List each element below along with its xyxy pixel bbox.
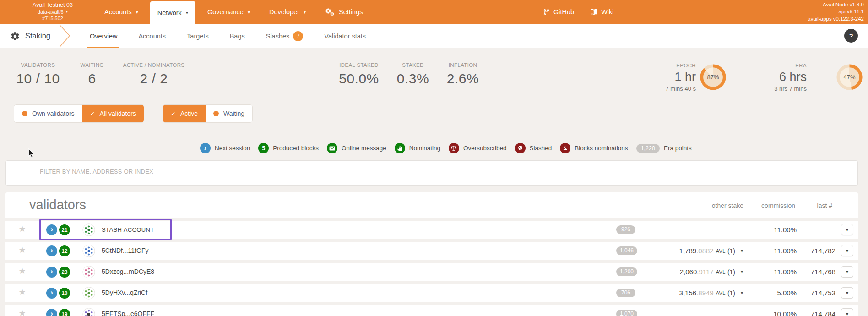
other-stake-value <box>731 221 745 239</box>
tab-slashes[interactable]: Slashes 7 <box>266 24 304 48</box>
validator-identicon[interactable] <box>82 308 95 316</box>
check-icon: ✓ <box>90 110 95 117</box>
nav-governance[interactable]: Governance ▾ <box>200 0 257 24</box>
top-nav: Accounts ▾ Network ▾ Governance ▾ Develo… <box>97 0 370 24</box>
expand-sessions-icon[interactable]: › <box>46 224 57 235</box>
tab-targets[interactable]: Targets <box>187 24 209 48</box>
legend-era-points: 1,220 Era points <box>636 144 692 153</box>
commission-value: 10.00% <box>746 305 797 316</box>
toggle-own-validators[interactable]: Own validators <box>14 105 82 122</box>
legend-slashed: Slashed <box>515 143 552 153</box>
row-menu-button[interactable]: ▾ <box>841 308 853 316</box>
toggle-all-validators[interactable]: ✓ All validators <box>82 105 144 122</box>
favorite-star-icon[interactable]: ★ <box>18 245 26 254</box>
nav-network[interactable]: Network ▾ <box>150 1 195 24</box>
github-link[interactable]: GitHub <box>543 0 574 24</box>
table-row: ★ › 12 5CtNDf...11fGFy 1,046 1,789.0882A… <box>5 242 858 260</box>
node-label: data-avail/6 <box>38 9 64 15</box>
validator-identicon[interactable] <box>82 223 95 236</box>
best-block-number: #715,502 <box>23 15 82 22</box>
favorite-star-icon[interactable]: ★ <box>18 267 26 275</box>
column-other-stake: other stake <box>712 202 743 209</box>
legend-blocks-nominations: Blocks nominations <box>560 143 628 153</box>
version-info: Avail Node v1.3.0 api v9.11.1 avail-apps… <box>808 1 864 22</box>
stake-expand-icon[interactable]: ▾ <box>741 269 745 274</box>
stat-validators: VALIDATORS10 / 10 <box>16 62 60 87</box>
row-menu-button[interactable]: ▾ <box>841 224 853 235</box>
book-icon <box>591 9 597 16</box>
top-links: GitHub Wiki <box>543 0 614 24</box>
table-row: ★ › 10 5DyHXv...qZriCf 706 3,156.8949AVL… <box>5 284 858 302</box>
validator-identicon[interactable] <box>82 287 95 300</box>
row-menu-button[interactable]: ▾ <box>841 245 853 256</box>
mouse-cursor <box>27 148 35 158</box>
other-stake-value: 2,060.9117AVL(1)▾ <box>680 263 745 281</box>
toggle-waiting[interactable]: Waiting <box>206 105 252 122</box>
stake-expand-icon[interactable]: ▾ <box>741 290 745 295</box>
favorite-star-icon[interactable]: ★ <box>18 224 26 233</box>
nav-accounts[interactable]: Accounts ▾ <box>97 0 146 24</box>
stat-waiting: WAITING6 <box>80 62 103 87</box>
commission-value: 11.00% <box>746 263 797 281</box>
scales-icon <box>449 143 459 153</box>
tab-overview[interactable]: Overview <box>90 24 117 48</box>
skull-icon <box>515 143 526 153</box>
filter-card <box>5 160 858 186</box>
help-button[interactable]: ? <box>844 29 858 43</box>
slashes-count-badge: 7 <box>293 31 303 41</box>
epoch-progress-donut: 87% <box>700 64 726 90</box>
expand-sessions-icon[interactable]: › <box>46 309 57 316</box>
column-last-block: last # <box>817 202 832 209</box>
expand-sessions-icon[interactable]: › <box>46 288 57 299</box>
gears-icon <box>325 8 335 16</box>
other-stake-value: 1,789.0882AVL(1)▾ <box>679 242 745 260</box>
nav-developer[interactable]: Developer ▾ <box>262 0 313 24</box>
commission-value: 11.00% <box>746 242 797 260</box>
legend-next-session: › Next session <box>200 143 250 153</box>
toggle-active[interactable]: ✓ Active <box>163 105 206 122</box>
expand-sessions-icon[interactable]: › <box>46 245 57 256</box>
app-title: Staking <box>10 24 50 48</box>
block-count-icon: 5 <box>258 143 269 153</box>
row-menu-button[interactable]: ▾ <box>841 266 853 278</box>
last-block-value: 714,768 <box>794 263 835 281</box>
validator-name: STASH ACCOUNT <box>102 221 154 239</box>
tab-validator-stats[interactable]: Validator stats <box>324 24 366 48</box>
chevron-right-icon: › <box>200 143 211 153</box>
table-row: ★ › 21 STASH ACCOUNT 926 11.00% ▾ <box>5 221 858 239</box>
legend-oversubscribed: Oversubscribed <box>449 143 507 153</box>
tab-bags[interactable]: Bags <box>230 24 245 48</box>
stat-ideal-staked: IDEAL STAKED50.0% <box>339 62 379 87</box>
radio-dot-icon <box>213 111 219 116</box>
chevron-down-icon: ▾ <box>304 10 306 15</box>
session-count-badge: 12 <box>59 245 70 256</box>
nav-settings[interactable]: Settings <box>318 0 370 24</box>
expand-sessions-icon[interactable]: › <box>46 267 57 278</box>
era-progress-donut: 47% <box>836 64 863 90</box>
validator-identicon[interactable] <box>82 266 95 278</box>
tab-accounts[interactable]: Accounts <box>138 24 166 48</box>
session-count-badge: 21 <box>59 224 70 235</box>
era-points-badge: 926 <box>616 225 635 234</box>
envelope-icon <box>327 143 337 153</box>
staking-gear-icon <box>10 31 20 41</box>
validator-address: 5EFTSp...e6QFFF <box>102 305 154 316</box>
column-commission: commission <box>761 202 795 209</box>
filter-input[interactable] <box>40 165 818 177</box>
wiki-link[interactable]: Wiki <box>591 0 613 24</box>
stake-expand-icon[interactable]: ▾ <box>741 248 745 253</box>
validator-identicon[interactable] <box>82 245 95 257</box>
era-points-badge: 1,046 <box>616 246 637 255</box>
chevron-down-icon: ▾ <box>136 10 138 15</box>
validator-address: 5DyHXv...qZriCf <box>102 284 147 302</box>
session-count-badge: 10 <box>59 288 70 299</box>
favorite-star-icon[interactable]: ★ <box>18 309 26 316</box>
chain-selector[interactable]: Avail Testnet 03 data-avail/6 ▾ #715,502 <box>23 1 82 22</box>
chevron-down-icon: ▾ <box>248 10 250 15</box>
chevron-down-icon: ▾ <box>186 10 188 15</box>
table-row: ★ › 19 5EFTSp...e6QFFF 1,070 10.00% 714,… <box>5 305 858 316</box>
row-menu-button[interactable]: ▾ <box>841 287 853 299</box>
status-legend: › Next session 5 Produced blocks Online … <box>200 143 692 153</box>
radio-dot-icon <box>22 111 27 116</box>
favorite-star-icon[interactable]: ★ <box>18 288 26 296</box>
